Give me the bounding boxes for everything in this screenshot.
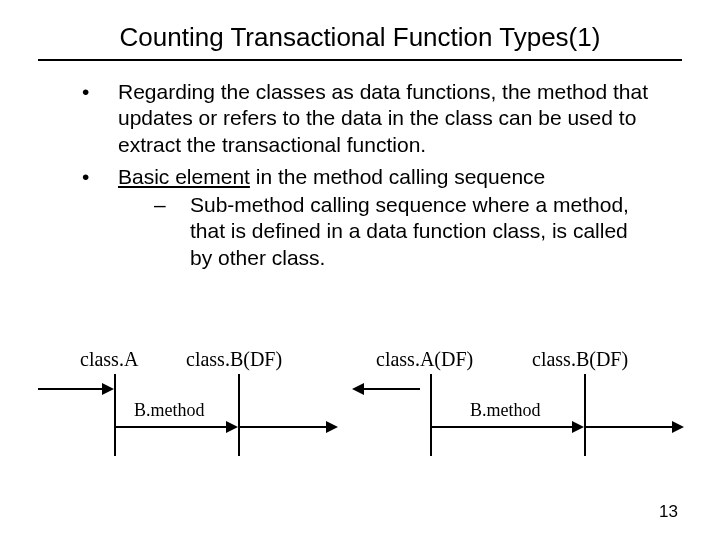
label-b-method-left: B.method	[134, 400, 205, 421]
page-number: 13	[659, 502, 678, 522]
arrow-line	[362, 388, 420, 390]
label-class-b-df-1: class.B(DF)	[186, 348, 282, 371]
lifeline	[114, 374, 116, 456]
bullet-2-lead: Basic element	[118, 165, 250, 188]
bullet-1-text: Regarding the classes as data functions,…	[118, 80, 648, 156]
label-class-b-df-2: class.B(DF)	[532, 348, 628, 371]
arrow-head-icon	[326, 421, 338, 433]
bullet-list: • Regarding the classes as data function…	[82, 79, 652, 271]
arrow-head-icon	[352, 383, 364, 395]
sub-bullet-1: – Sub-method calling sequence where a me…	[118, 192, 652, 271]
lifeline	[238, 374, 240, 456]
label-b-method-right: B.method	[470, 400, 541, 421]
bullet-dot: •	[82, 79, 89, 105]
arrow-line	[586, 426, 674, 428]
sub-dash: –	[154, 192, 166, 218]
bullet-2: • Basic element in the method calling se…	[82, 164, 652, 271]
arrow-line	[38, 388, 104, 390]
arrow-line	[116, 426, 228, 428]
label-class-a: class.A	[80, 348, 138, 371]
arrow-head-icon	[672, 421, 684, 433]
sequence-diagram: class.A class.B(DF) class.A(DF) class.B(…	[38, 348, 682, 488]
label-class-a-df: class.A(DF)	[376, 348, 473, 371]
slide-title: Counting Transactional Function Types(1)	[38, 22, 682, 61]
bullet-1: • Regarding the classes as data function…	[82, 79, 652, 158]
bullet-dot: •	[82, 164, 89, 190]
sub-bullet-1-text: Sub-method calling sequence where a meth…	[190, 193, 629, 269]
arrow-line	[432, 426, 574, 428]
lifeline	[430, 374, 432, 456]
arrow-line	[240, 426, 328, 428]
arrow-head-icon	[572, 421, 584, 433]
arrow-head-icon	[102, 383, 114, 395]
arrow-head-icon	[226, 421, 238, 433]
lifeline	[584, 374, 586, 456]
bullet-2-rest: in the method calling sequence	[250, 165, 545, 188]
